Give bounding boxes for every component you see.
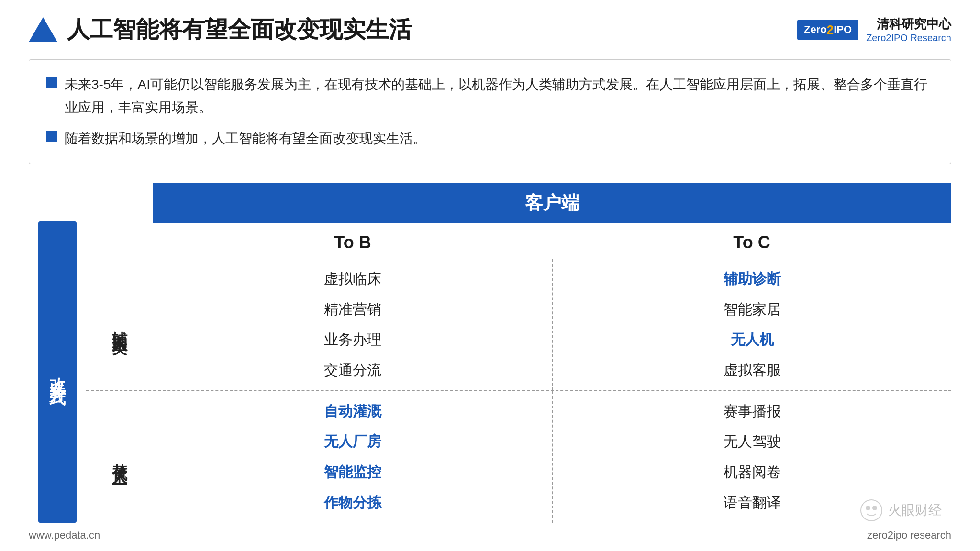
- diagram-area: 改造方式 客户端 To B To C 辅助人类: [29, 183, 951, 523]
- grid-area: 客户端 To B To C 辅助人类 虚拟临床: [86, 183, 951, 523]
- bullet-item-1: 未来3-5年，AI可能仍以智能服务发展为主，在现有技术的基础上，以机器作为人类辅…: [46, 73, 934, 119]
- bullet-square-2: [46, 131, 57, 142]
- bullet-square-1: [46, 77, 57, 88]
- bullet-text-1: 未来3-5年，AI可能仍以智能服务发展为主，在现有技术的基础上，以机器作为人类辅…: [65, 73, 934, 119]
- cell-top-left-item-1: 精准营销: [324, 300, 381, 320]
- cell-bottom-left-item-2: 智能监控: [324, 463, 381, 482]
- bullet-item-2: 随着数据和场景的增加，人工智能将有望全面改变现实生活。: [46, 127, 934, 150]
- cell-top-right-item-0: 辅助诊断: [724, 269, 781, 289]
- cell-top-right: 辅助诊断 智能家居 无人机 虚拟客服: [553, 259, 951, 391]
- page-title: 人工智能将有望全面改变现实生活: [67, 14, 412, 45]
- watermark-text: 火眼财经: [888, 501, 942, 519]
- header-right: Zero2IPO 清科研究中心 Zero2IPO Research: [797, 16, 951, 44]
- cell-top-right-item-3: 虚拟客服: [724, 361, 781, 380]
- body-rows: 辅助人类 虚拟临床 精准营销 业务办理 交通分流 辅助诊断 智能家居 无人机: [86, 259, 951, 523]
- cell-top-right-item-2: 无人机: [731, 330, 774, 350]
- watermark: 火眼财经: [859, 498, 942, 522]
- cell-top-left-item-0: 虚拟临床: [324, 269, 381, 289]
- footer: www.pedata.cn zero2ipo research: [29, 523, 951, 541]
- logo-cn: 清科研究中心: [866, 16, 951, 33]
- logo-text-block: 清科研究中心 Zero2IPO Research: [866, 16, 951, 44]
- cell-bottom-left: 自动灌溉 无人厂房 智能监控 作物分拣: [153, 391, 553, 523]
- cell-bottom-right-item-0: 赛事播报: [724, 402, 781, 421]
- cell-bottom-left-item-1: 无人厂房: [324, 432, 381, 452]
- cell-top-left-item-2: 业务办理: [324, 330, 381, 350]
- row-label-text-bottom: 替代人工: [109, 452, 130, 463]
- svg-point-1: [866, 506, 870, 510]
- row-side-label-bottom: 替代人工: [86, 391, 153, 523]
- watermark-icon: [859, 498, 883, 522]
- cell-bottom-left-item-0: 自动灌溉: [324, 402, 381, 421]
- footer-left: www.pedata.cn: [29, 529, 100, 541]
- svg-point-2: [872, 506, 877, 510]
- triangle-icon: [29, 17, 57, 42]
- cell-top-left: 虚拟临床 精准营销 业务办理 交通分流: [153, 259, 553, 391]
- half-cells-top: 虚拟临床 精准营销 业务办理 交通分流 辅助诊断 智能家居 无人机 虚拟客服: [153, 259, 951, 391]
- col-header-right: To C: [552, 226, 951, 259]
- bullet-text-2: 随着数据和场景的增加，人工智能将有望全面改变现实生活。: [65, 127, 426, 150]
- bullet-box: 未来3-5年，AI可能仍以智能服务发展为主，在现有技术的基础上，以机器作为人类辅…: [29, 59, 951, 164]
- zero2ipo-logo: Zero2IPO: [797, 20, 858, 40]
- y-axis-bar: 改造方式: [38, 221, 77, 523]
- cell-bottom-right-item-3: 语音翻译: [724, 493, 781, 513]
- footer-right: zero2ipo research: [867, 529, 951, 541]
- row-label-text-top: 辅助人类: [109, 319, 130, 331]
- cell-bottom-left-item-3: 作物分拣: [324, 493, 381, 513]
- grid-top-bar: 客户端: [153, 183, 951, 223]
- col-header-left: To B: [153, 226, 552, 259]
- svg-point-0: [861, 500, 882, 521]
- half-cells-bottom: 自动灌溉 无人厂房 智能监控 作物分拣 赛事播报 无人驾驶 机器阅卷 语音翻译: [153, 391, 951, 523]
- y-axis-block: 改造方式: [29, 183, 86, 523]
- cell-bottom-right-item-2: 机器阅卷: [724, 463, 781, 482]
- row-side-label-top: 辅助人类: [86, 259, 153, 391]
- logo-en: Zero2IPO Research: [866, 33, 951, 44]
- y-axis-label: 改造方式: [46, 364, 68, 380]
- grid-header-row: 客户端: [86, 183, 951, 223]
- half-section-top: 辅助人类 虚拟临床 精准营销 业务办理 交通分流 辅助诊断 智能家居 无人机: [86, 259, 951, 392]
- half-section-bottom: 替代人工 自动灌溉 无人厂房 智能监控 作物分拣 赛事播报 无人驾驶 机器阅卷: [86, 391, 951, 523]
- cell-top-right-item-1: 智能家居: [724, 300, 781, 320]
- header: 人工智能将有望全面改变现实生活 Zero2IPO 清科研究中心 Zero2IPO…: [29, 14, 951, 45]
- header-left: 人工智能将有望全面改变现实生活: [29, 14, 412, 45]
- cell-bottom-right-item-1: 无人驾驶: [724, 432, 781, 452]
- page-container: 人工智能将有望全面改变现实生活 Zero2IPO 清科研究中心 Zero2IPO…: [0, 0, 980, 551]
- col-headers-row: To B To C: [86, 226, 951, 259]
- cell-top-left-item-3: 交通分流: [324, 361, 381, 380]
